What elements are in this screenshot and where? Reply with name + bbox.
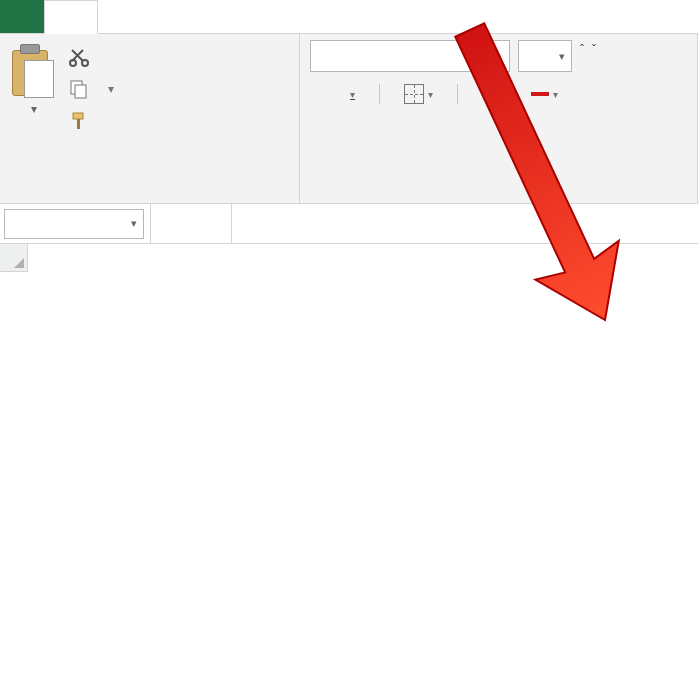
tab-formulas[interactable] — [202, 0, 254, 33]
tab-file[interactable] — [0, 0, 44, 33]
svg-rect-6 — [486, 102, 502, 105]
increase-font-size-button[interactable]: ˆ — [580, 49, 584, 63]
font-color-icon — [531, 92, 549, 96]
spreadsheet-grid[interactable] — [0, 244, 698, 692]
borders-icon — [404, 84, 424, 104]
format-painter-button[interactable] — [68, 110, 114, 132]
chevron-down-icon[interactable]: ▾ — [131, 217, 137, 230]
paint-bucket-icon — [482, 85, 504, 103]
enter-formula-button[interactable] — [185, 209, 219, 239]
font-name-select[interactable]: ▾ — [310, 40, 510, 72]
copy-icon — [68, 78, 90, 100]
chevron-down-icon[interactable]: ▾ — [350, 89, 355, 100]
name-box[interactable]: ▾ — [4, 209, 144, 239]
chevron-down-icon[interactable]: ▾ — [508, 89, 513, 100]
ribbon-tabs — [0, 0, 698, 34]
svg-point-0 — [70, 60, 76, 66]
caret-down-icon: ˇ — [592, 43, 596, 57]
ribbon-group-font: ▾ ▾ ˆ ˇ ▾ — [300, 34, 698, 203]
separator — [457, 84, 458, 104]
caret-up-icon: ˆ — [580, 43, 584, 57]
tab-page-layout[interactable] — [150, 0, 202, 33]
formula-input[interactable] — [232, 209, 698, 239]
decrease-font-size-button[interactable]: ˇ — [592, 49, 596, 63]
formula-bar: ▾ — [0, 204, 698, 244]
borders-button[interactable]: ▾ — [404, 84, 433, 104]
underline-button[interactable]: ▾ — [346, 89, 355, 100]
font-size-select[interactable]: ▾ — [518, 40, 572, 72]
cut-button[interactable] — [68, 46, 114, 68]
svg-rect-3 — [75, 85, 86, 98]
scissors-icon — [68, 46, 90, 68]
ribbon-group-clipboard: ▾ ▾ — [0, 34, 300, 203]
fill-color-button[interactable]: ▾ — [482, 85, 513, 103]
cancel-formula-button[interactable] — [151, 209, 185, 239]
chevron-down-icon: ▾ — [495, 50, 501, 63]
chevron-down-icon[interactable]: ▾ — [108, 82, 114, 96]
separator — [379, 84, 380, 104]
paste-dropdown-icon[interactable]: ▾ — [31, 102, 37, 116]
paintbrush-icon — [68, 110, 90, 132]
font-color-button[interactable]: ▾ — [531, 89, 558, 100]
svg-point-1 — [82, 60, 88, 66]
paste-icon — [10, 44, 58, 100]
select-all-button[interactable] — [0, 244, 28, 272]
svg-rect-5 — [77, 119, 80, 129]
chevron-down-icon: ▾ — [559, 50, 565, 63]
tab-home[interactable] — [44, 0, 98, 34]
ribbon: ▾ ▾ — [0, 34, 698, 204]
chevron-down-icon[interactable]: ▾ — [428, 89, 433, 100]
copy-button[interactable]: ▾ — [68, 78, 114, 100]
svg-rect-4 — [73, 113, 83, 119]
tab-insert[interactable] — [98, 0, 150, 33]
chevron-down-icon[interactable]: ▾ — [553, 89, 558, 100]
clipboard-group-label — [10, 193, 289, 201]
paste-button[interactable]: ▾ — [10, 40, 58, 193]
font-group-label — [310, 193, 687, 201]
